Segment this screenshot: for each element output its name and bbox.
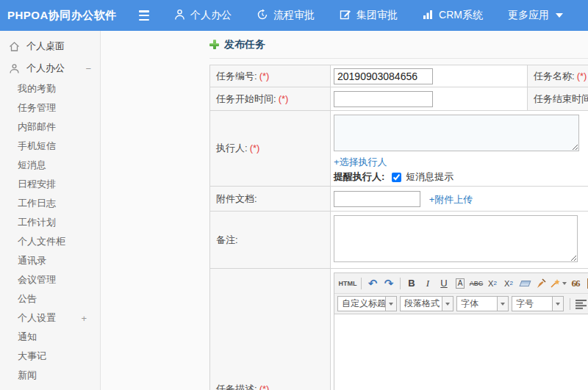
start-time-input[interactable] [334,91,433,107]
eraser-icon[interactable] [517,276,532,291]
attachment-input[interactable] [334,191,420,207]
required-mark: (*) [279,93,289,104]
user-icon [9,63,20,74]
nav-group-approval[interactable]: 集团审批 [340,9,398,23]
sub-base: X [504,279,509,288]
redo-icon[interactable]: ↷ [381,276,396,291]
task-name-label: 任务名称: [534,71,575,82]
table-row: 任务编号:(*) 任务名称:(*) [210,65,588,87]
sidebar-item-news[interactable]: 新闻 [0,366,100,385]
editor-toolbar-row1: HTML ↶ ↷ B I U A ABC X2 X2 [334,273,588,294]
nav-label: 集团审批 [356,9,398,22]
sidebar-item-label: 大事记 [18,350,46,363]
bold-button[interactable]: B [404,276,419,291]
remark-textarea[interactable] [334,215,578,262]
choose-executor-link[interactable]: +选择执行人 [334,156,387,167]
hamburger-menu-icon[interactable] [139,10,152,21]
start-time-cell [331,87,528,111]
task-name-label-cell: 任务名称:(*) [528,65,588,87]
paragraph-format-select[interactable]: 段落格式 [400,296,453,311]
sidebar-item-file-cabinet[interactable]: 个人文件柜 [0,232,100,251]
editor-toolbar-row2: 自定义标题 段落格式 字体 [334,294,588,314]
sidebar-item-attendance[interactable]: 我的考勤 [0,79,100,98]
executor-cell: +选择执行人 提醒执行人: 短消息提示 [331,111,588,187]
chevron-down-icon [442,297,453,311]
strikethrough-button[interactable]: ABC [469,276,484,291]
sidebar-item-short-message[interactable]: 短消息 [0,156,100,175]
required-mark: (*) [259,383,270,390]
select-label: 字号 [512,297,552,310]
border-text-button[interactable]: A [453,276,467,291]
superscript-button[interactable]: X2 [485,276,500,291]
required-mark: (*) [577,71,587,82]
sidebar-item-label: 手机短信 [18,140,56,153]
executor-label: 执行人: [216,142,248,154]
sidebar-item-work-plan[interactable]: 工作计划 [0,213,100,232]
sidebar-item-announcement[interactable]: 公告 [0,289,100,308]
sup-base: X [488,279,493,288]
remind-executor-label: 提醒执行人: [334,170,384,184]
sidebar-item-major-events[interactable]: 大事记 [0,347,100,366]
app-logo: PHPOA协同办公软件 [7,9,139,23]
attachment-label: 附件文档: [216,193,257,204]
editor-content-area[interactable] [334,314,588,390]
table-row: 备注: [210,212,588,269]
executor-textarea[interactable] [334,115,579,151]
custom-title-select[interactable]: 自定义标题 [337,296,397,311]
sidebar-item-label: 短消息 [18,159,46,172]
top-nav: 个人办公 流程审批 集团审批 CRM系统 更多应用 [174,9,588,23]
sidebar-item-label: 个人设置 [18,311,56,325]
sidebar-item-contacts[interactable]: 通讯录 [0,251,100,270]
select-label: 自定义标题 [338,297,385,310]
sidebar-item-task-management[interactable]: 任务管理 [0,98,100,118]
collapse-minus-icon[interactable]: − [85,63,91,74]
underline-button[interactable]: U [437,276,451,291]
font-size-select[interactable]: 字号 [512,296,564,311]
sidebar-item-label: 新闻 [18,369,37,382]
align-left-icon[interactable] [575,299,587,309]
required-mark: (*) [250,142,260,154]
nav-label: 流程审批 [273,9,315,22]
sidebar-item-label: 个人办公 [26,62,65,75]
nav-workflow-approval[interactable]: 流程审批 [257,9,315,23]
format-brush-icon[interactable] [534,276,548,291]
chevron-down-icon [552,297,563,311]
sidebar-item-sms[interactable]: 手机短信 [0,137,100,156]
attachment-upload-link[interactable]: +附件上传 [429,194,473,205]
task-number-input[interactable] [334,68,433,84]
blockquote-button[interactable]: 66 [568,276,583,291]
sidebar-item-personal-settings[interactable]: 个人设置 + [0,308,100,328]
sidebar-item-notice[interactable]: 通知 [0,328,100,347]
toolbar-separator [400,278,401,289]
subscript-button[interactable]: X2 [501,276,516,291]
table-row: 执行人:(*) +选择执行人 提醒执行人: 短消息提示 [210,111,588,187]
paste-text-icon[interactable]: T [584,276,588,291]
html-source-button[interactable]: HTML [338,276,357,291]
description-cell: HTML ↶ ↷ B I U A ABC X2 X2 [331,269,588,390]
attachment-label-cell: 附件文档: [210,187,331,212]
task-number-cell [331,65,528,87]
sidebar-item-personal-desktop[interactable]: 个人桌面 [0,35,100,57]
nav-crm-system[interactable]: CRM系统 [423,9,483,22]
start-time-label: 任务开始时间: [216,93,276,104]
description-label-cell: 任务描述:(*) [210,269,331,390]
nav-more-apps[interactable]: 更多应用 [508,9,563,22]
sidebar-item-work-log[interactable]: 工作日志 [0,194,100,213]
sidebar-item-internal-mail[interactable]: 内部邮件 [0,118,100,137]
expand-plus-icon[interactable]: + [81,313,87,324]
italic-button[interactable]: I [420,276,435,291]
sidebar-item-schedule[interactable]: 日程安排 [0,175,100,194]
font-family-select[interactable]: 字体 [456,296,509,311]
description-label: 任务描述: [216,383,257,390]
magic-wand-icon[interactable] [550,276,567,291]
nav-personal-office[interactable]: 个人办公 [174,9,232,23]
home-icon [9,41,20,52]
sidebar-item-meeting-management[interactable]: 会议管理 [0,270,100,289]
sup-n: 2 [493,280,496,286]
sms-remind-checkbox[interactable] [392,173,401,182]
chevron-down-icon [556,13,563,18]
chevron-down-icon [385,297,396,311]
sidebar-item-label: 内部邮件 [18,120,56,134]
sidebar-item-personal-office[interactable]: 个人办公 − [0,57,100,79]
undo-icon[interactable]: ↶ [365,276,380,291]
